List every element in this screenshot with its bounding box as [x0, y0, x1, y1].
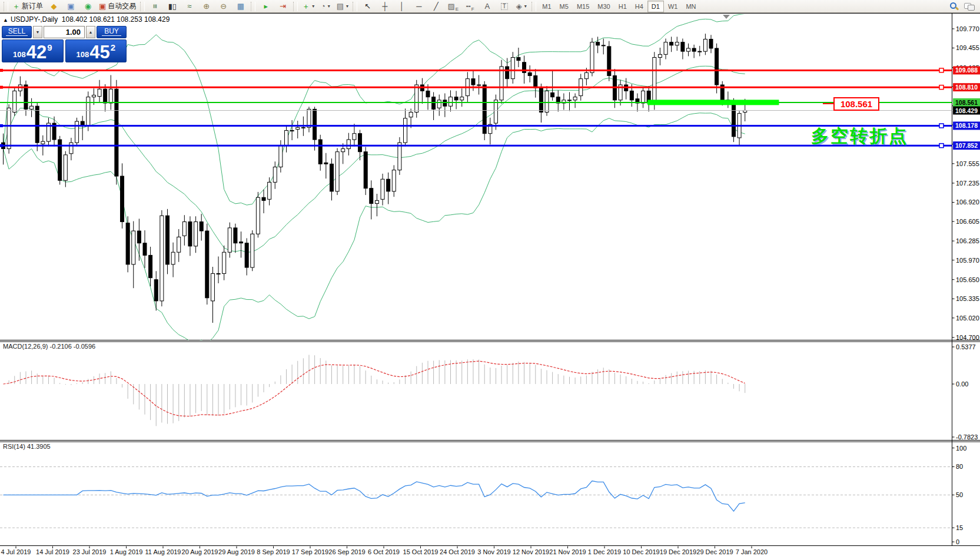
periods-button[interactable]: ◔▾ [317, 0, 334, 12]
chart-canvas[interactable]: 109.770109.455109.135108.820108.505108.1… [0, 0, 980, 556]
macd-indicator-label: MACD(12,26,9) -0.2106 -0.0596 [3, 343, 95, 350]
metaeditor-icon[interactable]: ◆ [45, 0, 62, 12]
toolbar-separator [531, 2, 536, 11]
macd-pane[interactable] [4, 355, 745, 426]
sell-price-point: 9 [47, 42, 52, 52]
timeframe-button-m5[interactable]: M5 [556, 1, 573, 12]
autotrading-button-label: 自动交易 [108, 1, 136, 11]
text-button[interactable]: A [479, 0, 496, 12]
arrows-icon: ◈ [516, 2, 522, 10]
sell-button[interactable]: SELL [2, 26, 32, 38]
zoom-out-button[interactable]: ⊖ [215, 0, 232, 12]
timeframe-button-h1[interactable]: H1 [614, 1, 631, 12]
svg-text:106.605: 106.605 [956, 218, 979, 225]
svg-text:105.650: 105.650 [956, 276, 979, 283]
text-label-icon: T [501, 3, 508, 10]
svg-text:0: 0 [956, 538, 959, 545]
symbol-period-label: USDJPY-,Daily [11, 15, 58, 24]
buy-price-point: 2 [111, 42, 115, 52]
new-order-button-label: 新订单 [22, 1, 43, 11]
macd-axis: 0.53770.00-0.7823 [952, 343, 978, 441]
collapse-panel-icon[interactable]: ▲ [3, 17, 8, 23]
zoom-in-button[interactable]: ⊕ [198, 0, 215, 12]
terminal-icon-icon: ▣ [67, 2, 74, 10]
auto-scroll-button[interactable]: ▸ [257, 0, 274, 12]
timeframe-button-m15[interactable]: M15 [573, 1, 593, 12]
equidistant-channel-button[interactable]: ▨E [444, 0, 461, 12]
autotrading-button[interactable]: ▣自动交易 [97, 0, 138, 12]
volume-increase-button[interactable]: ▲ [86, 26, 95, 38]
date-label: 11 Aug 2019 [145, 548, 181, 555]
trendline-button[interactable]: ╱ [427, 0, 444, 12]
chart-shift-icon: ⇥ [280, 2, 286, 10]
date-label: 1 Aug 2019 [110, 548, 143, 555]
date-label: 29 Aug 2019 [218, 548, 255, 555]
metaeditor-icon-icon: ◆ [51, 2, 57, 10]
text-label-button[interactable]: T [496, 0, 513, 12]
rsi-pane[interactable] [0, 466, 952, 528]
vertical-line-button[interactable]: │ [393, 0, 410, 12]
date-label: 8 Sep 2019 [257, 548, 290, 555]
text-icon: A [484, 2, 490, 10]
svg-text:108.178: 108.178 [955, 122, 978, 129]
toolbar-separator [140, 2, 145, 11]
date-label: 19 Dec 2019 [660, 548, 696, 555]
tile-windows-button[interactable]: ▦ [232, 0, 249, 12]
line-chart-button[interactable]: ≈ [181, 0, 198, 12]
timeframe-button-m30[interactable]: M30 [593, 1, 614, 12]
fibonacci-button[interactable]: ╍F [461, 0, 479, 12]
chat-icon[interactable] [964, 2, 975, 11]
toolbar-separator [4, 2, 8, 11]
horizontal-line-button[interactable]: ─ [410, 0, 427, 12]
buy-price-panel[interactable]: 108 45 2 [65, 39, 127, 62]
timeframe-button-w1[interactable]: W1 [664, 1, 682, 12]
volume-input[interactable] [44, 26, 85, 38]
zoom-out-icon: ⊖ [220, 2, 227, 10]
one-click-trading-panel: SELL ▼ ▲ BUY 108 42 9 108 45 2 [2, 26, 127, 63]
date-label: 21 Nov 2019 [549, 548, 586, 555]
timeframe-button-h4[interactable]: H4 [631, 1, 647, 12]
line-chart-icon: ≈ [187, 2, 191, 10]
timeframe-button-d1[interactable]: D1 [647, 1, 664, 12]
chevron-down-icon: ▾ [346, 4, 348, 9]
terminal-icon[interactable]: ▣ [62, 0, 79, 12]
indicators-icon: ＋ [302, 2, 310, 10]
buy-button[interactable]: BUY [97, 26, 127, 38]
bollinger-bands [4, 14, 745, 344]
thick-support-bar[interactable] [647, 100, 779, 105]
chinese-annotation-text[interactable]: 多空转折点 [811, 124, 908, 148]
chart-shift-button[interactable]: ⇥ [274, 0, 291, 12]
bar-chart-button[interactable]: ≡ [147, 0, 164, 12]
templates-button[interactable]: ▤▾ [334, 0, 351, 12]
date-label: 23 Jul 2019 [73, 548, 107, 555]
cursor-button[interactable]: ↖ [359, 0, 376, 12]
date-label: 4 Jul 2019 [1, 548, 31, 555]
candlestick-button[interactable]: ▮▯ [164, 0, 181, 12]
chart-shift-marker[interactable] [723, 15, 730, 19]
svg-text:108.429: 108.429 [955, 107, 978, 114]
signals-icon[interactable]: ◉ [79, 0, 97, 12]
search-icon[interactable] [949, 2, 958, 11]
crosshair-icon: ┼ [382, 2, 387, 10]
chart-title: ▲USDJPY-,Daily 108.402 108.621 108.253 1… [3, 15, 170, 24]
sell-price-panel[interactable]: 108 42 9 [2, 39, 64, 62]
horizontal-level-lines[interactable] [0, 68, 952, 148]
date-label: 7 Jan 2020 [736, 548, 768, 555]
date-label: 20 Aug 2019 [182, 548, 218, 555]
crosshair-button[interactable]: ┼ [376, 0, 393, 12]
svg-text:106.285: 106.285 [956, 237, 979, 244]
rsi-indicator-label: RSI(14) 41.3905 [3, 443, 51, 450]
indicators-button[interactable]: ＋▾ [300, 0, 317, 12]
arrows-button[interactable]: ◈▾ [513, 0, 530, 12]
price-level-callout[interactable]: 108.561 [833, 97, 879, 111]
date-label: 6 Oct 2019 [368, 548, 400, 555]
date-label: 26 Sep 2019 [328, 548, 365, 555]
timeframe-button-m1[interactable]: M1 [538, 1, 555, 12]
toolbar-separator [251, 2, 255, 11]
volume-decrease-button[interactable]: ▼ [33, 26, 42, 38]
equidistant-channel-icon: ▨ [447, 2, 454, 10]
timeframe-button-mn[interactable]: MN [682, 1, 700, 12]
new-order-button[interactable]: ＋新订单 [10, 0, 45, 12]
svg-text:15: 15 [956, 524, 963, 531]
autotrading-icon: ▣ [99, 2, 106, 10]
